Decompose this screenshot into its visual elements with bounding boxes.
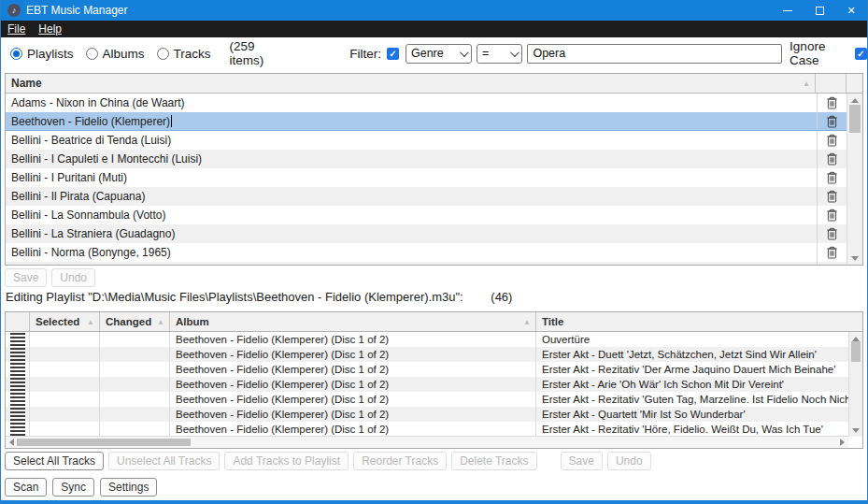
filter-query-input[interactable] (527, 44, 782, 64)
selected-cell[interactable] (30, 362, 100, 377)
table-row[interactable]: Bellini - I Puritani (Muti) (6, 168, 847, 187)
table-row[interactable]: Bellini - Norma (Bonynge, 1965) (6, 243, 847, 262)
table-row-selected[interactable]: Beethoven - Fidelio (Klemperer) (6, 112, 847, 131)
table-row[interactable]: Bellini - Beatrice di Tenda (Luisi) (6, 131, 847, 150)
drag-handle[interactable] (6, 407, 30, 422)
changed-cell (100, 377, 170, 392)
scrollbar-thumb[interactable] (17, 439, 191, 446)
drag-handle[interactable] (6, 332, 30, 347)
radio-playlists[interactable] (10, 48, 22, 60)
table-row[interactable]: Bellini - Norma (Bonynge, 1984) (6, 262, 847, 265)
track-row[interactable]: Beethoven - Fidelio (Klemperer) (Disc 1 … (6, 407, 862, 422)
playlist-name-cell[interactable]: Bellini - La Sonnambula (Votto) (6, 209, 817, 222)
selected-cell[interactable] (30, 347, 100, 362)
playlist-name-cell[interactable]: Adams - Nixon in China (de Waart) (6, 96, 817, 109)
selected-cell[interactable] (30, 377, 100, 392)
undo-tracks-button: Undo (607, 452, 651, 470)
filter-operator-select[interactable]: = (477, 44, 522, 64)
selected-cell[interactable] (30, 332, 100, 347)
playlist-name-cell[interactable]: Bellini - Il Pirata (Capuana) (6, 190, 817, 203)
chevron-down-icon (460, 48, 469, 57)
text-cursor (171, 115, 172, 127)
column-header-selected[interactable]: Selected ▲ (30, 312, 100, 331)
playlist-actions: Save Undo (5, 268, 95, 287)
selected-cell[interactable] (30, 392, 100, 407)
scrollbar-thumb[interactable] (851, 341, 861, 362)
filter-checkbox[interactable]: ✓ (387, 48, 399, 60)
delete-playlist-button[interactable] (817, 168, 847, 187)
minimize-button[interactable] (772, 0, 804, 21)
playlist-name-cell[interactable]: Bellini - La Straniera (Guadagno) (6, 227, 817, 240)
close-button[interactable]: ✕ (835, 0, 867, 21)
playlist-name-cell[interactable]: Bellini - Beatrice di Tenda (Luisi) (6, 134, 817, 147)
scroll-down-button[interactable] (849, 424, 862, 437)
track-row[interactable]: Beethoven - Fidelio (Klemperer) (Disc 1 … (6, 362, 862, 377)
track-row[interactable]: Beethoven - Fidelio (Klemperer) (Disc 1 … (6, 347, 862, 362)
selected-cell[interactable] (30, 422, 100, 437)
settings-button[interactable]: Settings (100, 478, 157, 497)
playlist-name-cell[interactable]: Bellini - Norma (Bonynge, 1965) (6, 246, 817, 259)
scan-button[interactable]: Scan (5, 478, 47, 497)
scrollbar-thumb[interactable] (849, 105, 861, 133)
column-header-title-label: Title (542, 316, 563, 327)
playlist-name-cell[interactable]: Bellini - I Puritani (Muti) (6, 171, 817, 184)
table-row[interactable]: Adams - Nixon in China (de Waart) (6, 94, 847, 112)
drag-handle[interactable] (6, 362, 30, 377)
tracks-table: Selected ▲ Changed ▲ Album ▲ Title Beeth… (5, 311, 863, 449)
table-row[interactable]: Bellini - La Sonnambula (Votto) (6, 206, 847, 224)
delete-playlist-button[interactable] (817, 224, 847, 243)
track-row[interactable]: Beethoven - Fidelio (Klemperer) (Disc 1 … (6, 422, 862, 437)
table-row[interactable]: Bellini - La Straniera (Guadagno) (6, 224, 847, 243)
menu-file[interactable]: File (1, 22, 32, 36)
track-actions: Select All Tracks Unselect All Tracks Ad… (5, 452, 651, 470)
radio-tracks[interactable] (157, 48, 169, 60)
playlist-name-cell[interactable]: Beethoven - Fidelio (Klemperer) (6, 115, 817, 128)
menu-help[interactable]: Help (32, 22, 68, 36)
column-header-title[interactable]: Title (536, 312, 862, 331)
playlists-scrollbar[interactable] (847, 94, 862, 265)
delete-playlist-button[interactable] (817, 94, 847, 112)
column-header-selected-label: Selected (36, 316, 79, 327)
maximize-button[interactable] (804, 0, 835, 21)
radio-albums[interactable] (86, 48, 98, 60)
track-row[interactable]: Beethoven - Fidelio (Klemperer) (Disc 1 … (6, 392, 862, 407)
drag-handle[interactable] (6, 377, 30, 392)
changed-cell (100, 362, 170, 377)
track-row[interactable]: Beethoven - Fidelio (Klemperer) (Disc 1 … (6, 332, 862, 347)
tracks-scrollbar[interactable] (848, 332, 862, 437)
close-icon: ✕ (847, 5, 855, 17)
delete-playlist-button[interactable] (817, 112, 847, 130)
sync-button[interactable]: Sync (52, 478, 94, 497)
playlist-name: Bellini - La Sonnambula (Votto) (11, 209, 165, 222)
ignore-case-label: Ignore Case (790, 39, 849, 67)
selected-cell[interactable] (30, 407, 100, 422)
ignore-case-checkbox[interactable]: ✓ (855, 48, 867, 60)
table-row[interactable]: Bellini - I Capuleti e I Montecchi (Luis… (6, 150, 847, 168)
drag-handle[interactable] (6, 422, 30, 437)
delete-playlist-button[interactable] (817, 187, 847, 206)
scroll-right-button[interactable] (836, 437, 848, 448)
delete-playlist-button[interactable] (817, 243, 847, 262)
scroll-up-icon (851, 98, 859, 103)
delete-playlist-button[interactable] (817, 206, 847, 224)
delete-playlist-button[interactable] (817, 131, 847, 150)
drag-handle[interactable] (6, 392, 30, 407)
window-bottom-border (1, 500, 867, 504)
sort-ascending-icon: ▲ (87, 318, 99, 326)
check-icon: ✓ (857, 49, 864, 59)
tracks-horizontal-scrollbar[interactable] (6, 436, 848, 448)
items-count: (259 items) (230, 39, 285, 67)
scroll-down-button[interactable] (847, 252, 862, 265)
table-row[interactable]: Bellini - Il Pirata (Capuana) (6, 187, 847, 206)
filter-field-select[interactable]: Genre (406, 44, 472, 64)
column-header-changed[interactable]: Changed ▲ (100, 312, 170, 331)
select-all-tracks-button[interactable]: Select All Tracks (5, 452, 104, 470)
playlist-name-cell[interactable]: Bellini - I Capuleti e I Montecchi (Luis… (6, 152, 817, 166)
delete-playlist-button[interactable] (817, 262, 847, 265)
track-row[interactable]: Beethoven - Fidelio (Klemperer) (Disc 1 … (6, 377, 862, 392)
drag-handle[interactable] (6, 347, 30, 362)
tracks-table-body: Beethoven - Fidelio (Klemperer) (Disc 1 … (6, 332, 862, 437)
column-header-album[interactable]: Album ▲ (170, 312, 536, 331)
column-header-name[interactable]: Name ▲ (6, 77, 815, 90)
delete-playlist-button[interactable] (817, 150, 847, 168)
